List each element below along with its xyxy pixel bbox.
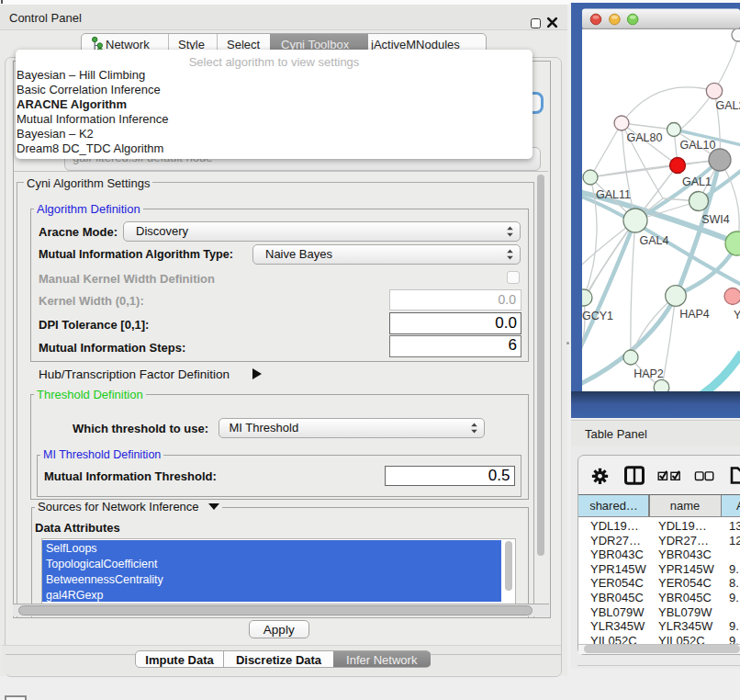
svg-text:GAL4: GAL4 bbox=[640, 234, 669, 247]
svg-text:GCY1: GCY1 bbox=[582, 310, 613, 322]
svg-text:HAP4: HAP4 bbox=[679, 308, 710, 321]
svg-text:SWI4: SWI4 bbox=[701, 213, 730, 226]
svg-text:GAL11: GAL11 bbox=[596, 188, 631, 201]
svg-text:GAL2: GAL2 bbox=[716, 99, 740, 112]
svg-text:YM: YM bbox=[734, 309, 740, 322]
svg-text:GAL1: GAL1 bbox=[682, 175, 712, 188]
svg-text:HAP2: HAP2 bbox=[633, 367, 664, 380]
svg-text:GAL10: GAL10 bbox=[680, 139, 716, 152]
svg-text:GAL80: GAL80 bbox=[627, 131, 663, 144]
